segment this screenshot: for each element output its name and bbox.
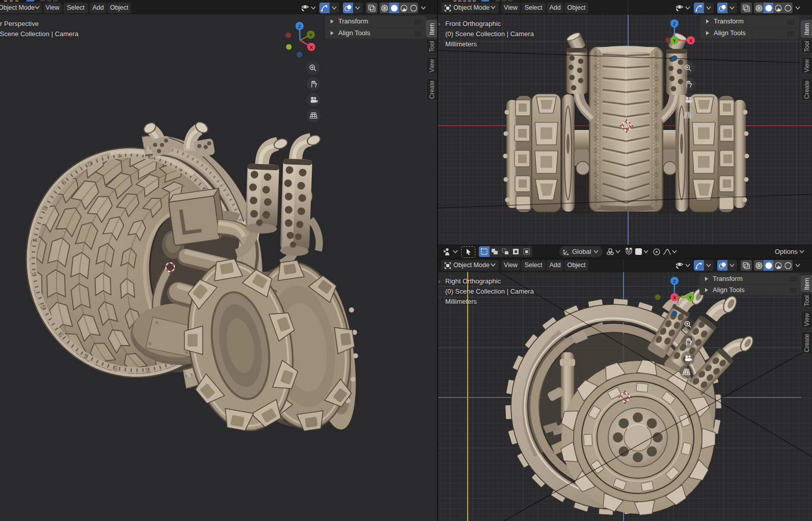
svg-text:Z: Z	[298, 24, 301, 29]
svg-text:Y: Y	[309, 33, 312, 38]
svg-text:Z: Z	[673, 21, 676, 27]
svg-text:X: X	[673, 295, 676, 300]
svg-text:Z: Z	[673, 279, 676, 284]
svg-text:X: X	[310, 45, 313, 50]
svg-text:Y: Y	[689, 295, 692, 300]
svg-text:X: X	[689, 38, 692, 43]
svg-text:Y: Y	[673, 38, 676, 43]
